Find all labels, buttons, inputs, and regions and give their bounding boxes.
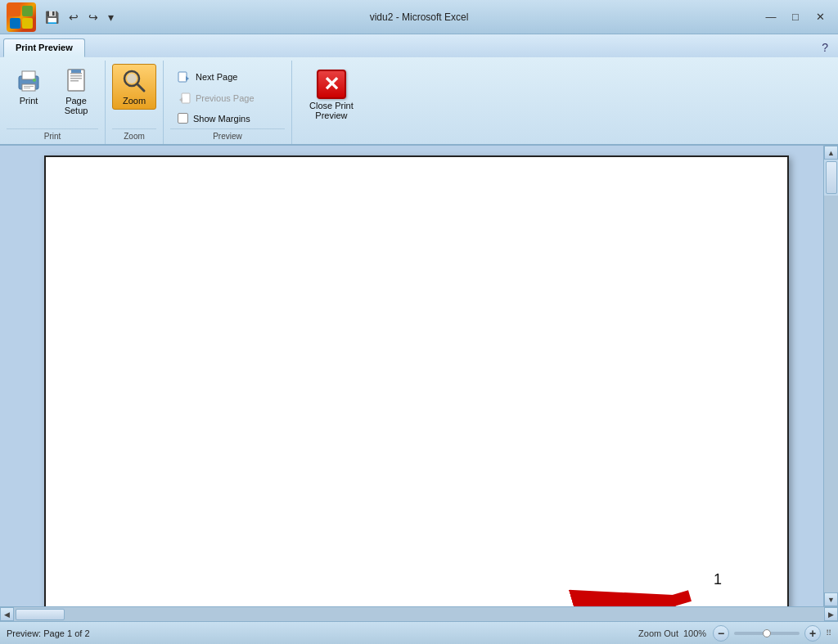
scroll-thumb-horizontal[interactable]	[16, 609, 65, 620]
arrow-svg	[563, 579, 710, 606]
svg-point-9	[33, 79, 36, 82]
redo-button[interactable]: ↪	[84, 8, 102, 26]
ribbon-group-zoom: Zoom Zoom	[106, 61, 164, 144]
page-info: Preview: Page 1 of 2	[7, 628, 90, 638]
zoom-button[interactable]: Zoom	[112, 64, 156, 110]
svg-rect-5	[22, 71, 35, 79]
ribbon: Print PageSetup Print	[0, 57, 838, 146]
zoom-out-label: Zoom Out	[638, 628, 678, 638]
vertical-scrollbar[interactable]: ▲ ▼	[823, 146, 838, 606]
print-label: Print	[20, 96, 38, 106]
ribbon-group-preview: Next Page Previous Page Show Margins	[164, 61, 292, 144]
close-print-preview-button[interactable]: ✕ Close PrintPreview	[299, 64, 364, 126]
undo-button[interactable]: ↩	[65, 8, 83, 26]
status-dots: ⠿	[826, 628, 831, 637]
previous-page-label: Previous Page	[196, 93, 255, 103]
status-left: Preview: Page 1 of 2	[7, 628, 638, 638]
zoom-slider[interactable]	[734, 632, 800, 635]
preview-group-label: Preview	[170, 128, 285, 144]
horizontal-scrollbar[interactable]: ◀ ▶	[0, 606, 838, 621]
page-setup-button[interactable]: PageSetup	[54, 64, 98, 119]
print-group-content: Print PageSetup	[7, 61, 98, 127]
scroll-left-arrow[interactable]: ◀	[0, 607, 14, 621]
zoom-group-label: Zoom	[112, 128, 156, 144]
help-icon[interactable]: ?	[815, 38, 835, 57]
svg-line-18	[137, 84, 144, 91]
zoom-slider-thumb[interactable]	[763, 629, 771, 637]
svg-rect-13	[70, 78, 82, 79]
annotation-arrow: 1	[563, 579, 722, 606]
svg-rect-7	[24, 86, 34, 87]
show-margins-checkbox	[178, 113, 188, 124]
print-icon	[16, 68, 42, 94]
preview-group-content: Next Page Previous Page Show Margins	[170, 61, 285, 127]
close-button[interactable]: ✕	[809, 9, 831, 25]
next-page-icon	[178, 70, 191, 83]
scroll-thumb-vertical[interactable]	[826, 161, 837, 194]
next-page-label: Next Page	[196, 72, 237, 82]
svg-rect-19	[178, 72, 187, 82]
save-button[interactable]: 💾	[41, 8, 63, 26]
svg-marker-22	[179, 97, 182, 102]
print-group-label: Print	[7, 128, 98, 144]
close-print-preview-label: Close PrintPreview	[309, 101, 354, 120]
scroll-up-arrow[interactable]: ▲	[824, 146, 838, 160]
close-group-content: ✕ Close PrintPreview	[299, 61, 364, 137]
zoom-percent: 100%	[683, 628, 708, 638]
next-page-button[interactable]: Next Page	[170, 67, 285, 87]
window-controls: — □ ✕	[759, 9, 831, 25]
main-area: 1 ▲ ▼	[0, 146, 838, 606]
scroll-track-horizontal	[14, 607, 824, 621]
svg-rect-11	[70, 73, 82, 74]
print-button[interactable]: Print	[7, 64, 51, 110]
zoom-in-button[interactable]: +	[804, 625, 821, 642]
title-bar: 💾 ↩ ↪ ▾ vidu2 - Microsoft Excel — □ ✕	[0, 0, 838, 34]
show-margins-button[interactable]: Show Margins	[170, 110, 285, 127]
customize-button[interactable]: ▾	[104, 8, 118, 26]
page-setup-label: PageSetup	[65, 96, 88, 115]
zoom-out-button[interactable]: −	[713, 625, 729, 642]
office-logo	[7, 2, 36, 32]
scroll-down-arrow[interactable]: ▼	[824, 592, 838, 606]
tab-print-preview[interactable]: Print Preview	[3, 38, 85, 57]
svg-rect-12	[70, 75, 82, 77]
page-number-annotation: 1	[714, 571, 722, 588]
svg-rect-14	[70, 80, 79, 82]
svg-rect-21	[182, 93, 190, 103]
scroll-track-vertical	[824, 196, 838, 592]
svg-rect-2	[10, 18, 20, 29]
close-print-icon: ✕	[317, 70, 346, 99]
window-title: vidu2 - Microsoft Excel	[370, 11, 469, 23]
preview-small-buttons: Next Page Previous Page Show Margins	[170, 64, 285, 127]
zoom-icon	[121, 68, 147, 94]
ribbon-tab-bar: Print Preview ?	[0, 34, 838, 57]
minimize-button[interactable]: —	[759, 9, 782, 25]
svg-marker-20	[186, 76, 189, 81]
status-right: Zoom Out 100% − + ⠿	[638, 625, 831, 642]
svg-rect-0	[10, 6, 20, 16]
previous-page-icon	[178, 92, 191, 105]
page-preview: 1	[44, 155, 789, 606]
zoom-label-btn: Zoom	[123, 96, 146, 106]
close-group-label	[299, 138, 364, 144]
status-bar: Preview: Page 1 of 2 Zoom Out 100% − + ⠿	[0, 621, 838, 644]
show-margins-label: Show Margins	[193, 114, 250, 124]
svg-rect-8	[24, 88, 30, 88]
page-container: 1	[0, 146, 823, 606]
ribbon-group-print: Print PageSetup Print	[0, 61, 106, 144]
svg-line-24	[579, 596, 690, 606]
scroll-right-arrow[interactable]: ▶	[824, 607, 838, 621]
zoom-group-content: Zoom	[112, 61, 156, 127]
svg-rect-3	[22, 18, 33, 29]
previous-page-button[interactable]: Previous Page	[170, 88, 285, 108]
svg-point-17	[127, 74, 137, 83]
page-setup-icon	[63, 68, 89, 94]
ribbon-group-close: ✕ Close PrintPreview	[292, 61, 371, 144]
svg-rect-15	[71, 70, 81, 73]
svg-rect-1	[22, 6, 33, 16]
maximize-button[interactable]: □	[784, 9, 807, 25]
quick-access-toolbar: 💾 ↩ ↪ ▾	[41, 8, 118, 26]
